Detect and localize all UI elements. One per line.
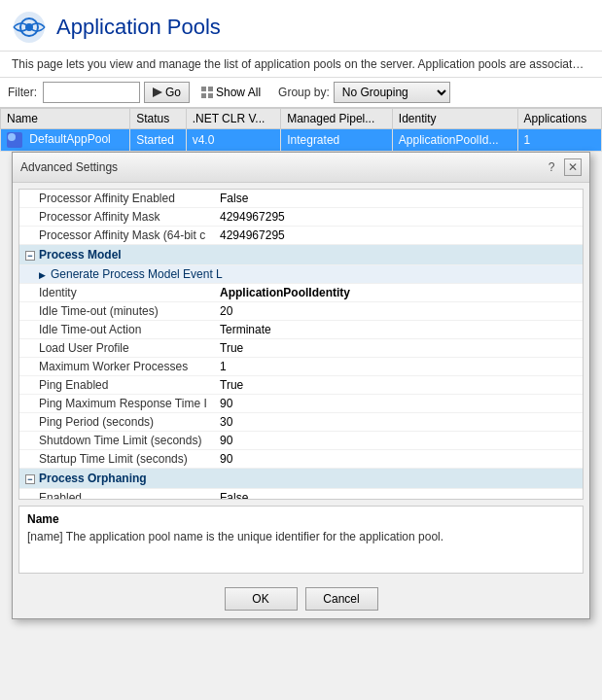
settings-row: Processor Affinity EnabledFalse — [19, 190, 583, 208]
cancel-button[interactable]: Cancel — [305, 587, 378, 611]
go-icon — [153, 88, 162, 97]
dialog-title: Advanced Settings — [20, 160, 118, 174]
svg-rect-7 — [208, 93, 213, 98]
groupby-select[interactable]: No Grouping — [334, 82, 450, 103]
ok-button[interactable]: OK — [225, 587, 298, 611]
page-title: Application Pools — [56, 15, 221, 40]
expand-icon[interactable]: ▶ — [37, 271, 47, 281]
app-pool-row-icon — [7, 132, 22, 148]
settings-row: Load User ProfileTrue — [19, 339, 583, 358]
settings-row: Maximum Worker Processes1 — [19, 358, 583, 376]
col-header-identity[interactable]: Identity — [392, 109, 517, 129]
groupby-label: Group by: — [278, 86, 330, 99]
collapse-icon[interactable]: − — [25, 474, 35, 484]
col-header-clr[interactable]: .NET CLR V... — [186, 109, 281, 129]
dialog-close-button[interactable]: ✕ — [564, 158, 582, 176]
col-header-apps[interactable]: Applications — [517, 109, 601, 129]
col-header-pipeline[interactable]: Managed Pipel... — [281, 109, 393, 129]
dialog-titlebar: Advanced Settings ? ✕ — [13, 153, 589, 183]
show-all-button[interactable]: Show All — [194, 82, 268, 103]
filter-input[interactable] — [43, 82, 140, 103]
collapse-icon[interactable]: − — [25, 251, 35, 261]
cell-clr: v4.0 — [186, 129, 281, 152]
settings-table: Processor Affinity EnabledFalseProcessor… — [19, 190, 583, 500]
filter-label: Filter: — [8, 86, 37, 99]
cell-status: Started — [130, 129, 187, 152]
page-description: This page lets you view and manage the l… — [0, 52, 602, 78]
settings-row: Shutdown Time Limit (seconds)90 — [19, 432, 583, 450]
go-button[interactable]: Go — [144, 82, 190, 103]
svg-rect-6 — [201, 93, 206, 98]
table-row[interactable]: DefaultAppPool Started v4.0 Integrated A… — [1, 129, 602, 152]
table-header-row: Name Status .NET CLR V... Managed Pipel.… — [1, 109, 602, 129]
svg-rect-4 — [201, 87, 206, 91]
settings-row: Ping Period (seconds)30 — [19, 413, 583, 432]
cell-pipeline: Integrated — [281, 129, 393, 152]
dialog-buttons: OK Cancel — [13, 579, 589, 618]
settings-list[interactable]: Processor Affinity EnabledFalseProcessor… — [18, 189, 584, 500]
description-box: Name [name] The application pool name is… — [18, 506, 584, 574]
col-header-name[interactable]: Name — [1, 109, 130, 129]
settings-row: EnabledFalse — [19, 489, 583, 501]
dialog-overlay: Advanced Settings ? ✕ Processor Affinity… — [12, 152, 590, 619]
dialog-help-button[interactable]: ? — [543, 158, 560, 176]
settings-row: IdentityApplicationPoolIdentity — [19, 284, 583, 302]
app-pools-icon — [12, 10, 47, 45]
dialog-controls: ? ✕ — [543, 158, 582, 176]
settings-row: Processor Affinity Mask (64-bit c4294967… — [19, 227, 583, 245]
settings-row: Processor Affinity Mask4294967295 — [19, 208, 583, 227]
settings-row: −Process Orphaning — [19, 469, 583, 489]
show-all-icon — [201, 87, 213, 98]
main-table-container: Name Status .NET CLR V... Managed Pipel.… — [0, 108, 602, 152]
settings-row: Idle Time-out ActionTerminate — [19, 321, 583, 339]
page-header: Application Pools — [0, 0, 602, 52]
svg-marker-3 — [153, 88, 162, 97]
col-header-status[interactable]: Status — [130, 109, 187, 129]
description-title: Name — [27, 512, 575, 526]
settings-row: Ping Maximum Response Time I90 — [19, 395, 583, 413]
cell-name: DefaultAppPool — [1, 129, 130, 152]
advanced-settings-dialog: Advanced Settings ? ✕ Processor Affinity… — [12, 152, 590, 619]
settings-row: Startup Time Limit (seconds)90 — [19, 450, 583, 469]
cell-apps: 1 — [517, 129, 601, 152]
settings-row: Idle Time-out (minutes)20 — [19, 302, 583, 321]
cell-identity: ApplicationPoolId... — [392, 129, 517, 152]
toolbar: Filter: Go Show All Group by: No Groupin… — [0, 78, 602, 108]
description-text: [name] The application pool name is the … — [27, 530, 575, 543]
app-pools-table: Name Status .NET CLR V... Managed Pipel.… — [0, 108, 602, 152]
svg-rect-5 — [208, 87, 213, 91]
settings-row: Ping EnabledTrue — [19, 376, 583, 395]
settings-row: ▶Generate Process Model Event L — [19, 265, 583, 284]
settings-row: −Process Model — [19, 245, 583, 265]
